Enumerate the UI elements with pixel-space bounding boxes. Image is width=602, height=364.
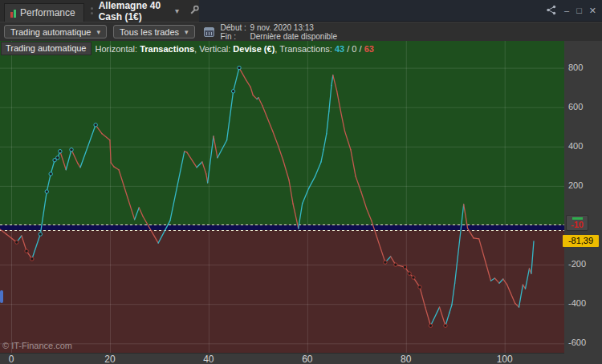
- share-icon[interactable]: [546, 5, 557, 17]
- drag-handle-icon[interactable]: [91, 7, 93, 14]
- tab-performance-label: Performance: [20, 7, 75, 18]
- trades-filter-dropdown[interactable]: Tous les trades ▾: [113, 25, 195, 38]
- vertical-value: Devise (€): [233, 44, 275, 54]
- date-end-row: Fin :Dernière date disponible: [221, 32, 337, 41]
- trades-filter-label: Tous les trades: [120, 27, 179, 37]
- chevron-down-icon: ▾: [185, 28, 189, 36]
- y-tick-label: -600: [568, 338, 586, 347]
- date-range: Début :9 nov. 2020 13:13 Fin :Dernière d…: [221, 23, 337, 41]
- minimize-button[interactable]: –: [564, 6, 569, 15]
- x-tick-label: 40: [198, 354, 219, 364]
- maximize-button[interactable]: □: [576, 6, 582, 15]
- copyright-label: © IT-Finance.com: [2, 341, 72, 350]
- y-tick-label: 600: [568, 102, 583, 111]
- y-tick-label: 200: [568, 180, 583, 190]
- y-tick-label: 800: [568, 63, 583, 72]
- chevron-down-icon: ▾: [97, 28, 101, 36]
- horizontal-value: Transactions: [140, 44, 194, 54]
- instrument-label: Allemagne 40 Cash (1€): [99, 0, 171, 22]
- date-end-value: Dernière date disponible: [250, 32, 337, 41]
- y-tick-label: 400: [568, 141, 583, 151]
- title-bar: Performance Allemagne 40 Cash (1€) ▾: [0, 0, 602, 22]
- x-tick-label: 100: [494, 354, 515, 364]
- close-button[interactable]: ✕: [589, 6, 596, 15]
- tab-performance[interactable]: Performance: [4, 3, 84, 22]
- x-tick-label: 80: [396, 354, 417, 364]
- chart-toolbar: Trading automatique ▾ Tous les trades ▾ …: [0, 22, 602, 41]
- wrench-icon[interactable]: [189, 4, 199, 18]
- equity-chart[interactable]: [0, 41, 564, 353]
- y-axis: -10 -81,39 800600400200-200-400-600: [564, 41, 602, 353]
- wins-count: 43: [335, 44, 344, 54]
- x-tick-label: 0: [1, 354, 22, 364]
- date-end-label: Fin :: [221, 32, 250, 41]
- x-axis: 020406080100: [0, 353, 564, 364]
- chart-plot-area: Trading automatique Horizontal: Transact…: [0, 41, 564, 353]
- chart-header: Trading automatique Horizontal: Transact…: [1, 42, 374, 55]
- candlestick-icon: [10, 9, 16, 18]
- instrument-dropdown[interactable]: Allemagne 40 Cash (1€) ▾: [99, 0, 179, 22]
- date-start-label: Début :: [221, 23, 250, 32]
- date-start-row: Début :9 nov. 2020 13:13: [221, 23, 337, 32]
- losses-count: 63: [364, 44, 374, 54]
- date-start-value: 9 nov. 2020 13:13: [250, 23, 314, 32]
- level-badge: -10: [566, 215, 588, 231]
- last-value-badge: -81,39: [563, 235, 599, 247]
- performance-window: Performance Allemagne 40 Cash (1€) ▾: [0, 0, 602, 364]
- window-controls: – □ ✕: [546, 5, 596, 17]
- level-badge-value: -10: [567, 220, 588, 229]
- y-tick-label: -200: [568, 259, 586, 269]
- x-tick-label: 20: [100, 354, 120, 364]
- x-tick-label: 60: [297, 354, 318, 364]
- chevron-down-icon: ▾: [175, 6, 179, 15]
- tab-bar: Performance Allemagne 40 Cash (1€) ▾: [0, 0, 199, 22]
- strategy-dropdown-label: Trading automatique: [10, 27, 92, 37]
- chart-header-text: Horizontal: Transactions, Vertical: Devi…: [96, 44, 374, 54]
- strategy-chip: Trading automatique: [1, 42, 92, 55]
- left-edge-marker: [0, 290, 3, 303]
- y-tick-label: -400: [568, 298, 586, 308]
- calendar-icon[interactable]: [204, 27, 214, 37]
- strategy-dropdown[interactable]: Trading automatique ▾: [4, 25, 107, 38]
